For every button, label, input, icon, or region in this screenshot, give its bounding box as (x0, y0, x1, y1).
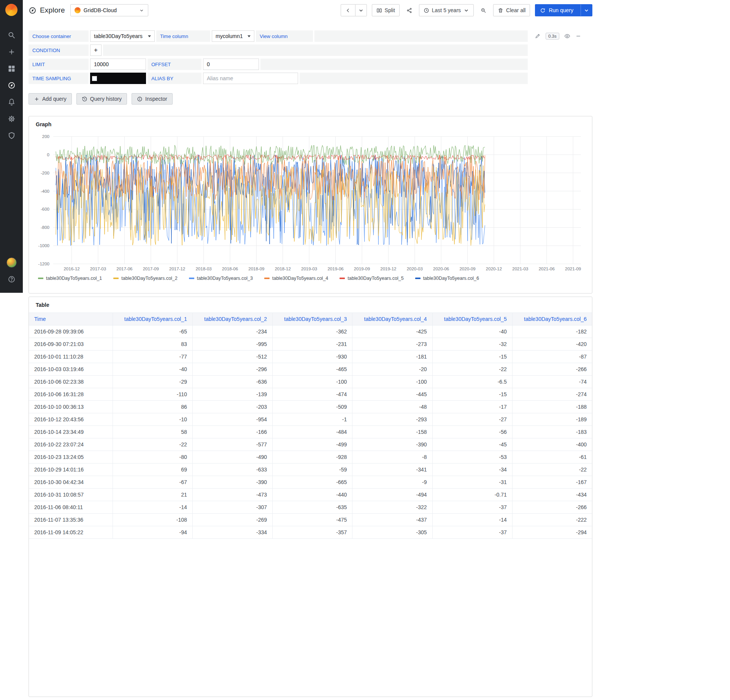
sidebar-item-explore[interactable] (3, 77, 20, 94)
cell-value: 21 (113, 489, 192, 501)
column-header[interactable]: table30DayTo5years.col_1 (113, 313, 192, 325)
zoom-out-button[interactable] (479, 4, 488, 16)
cell-value: -183 (512, 426, 592, 438)
offset-input[interactable] (203, 59, 259, 70)
query-history-button[interactable]: Query history (76, 93, 127, 105)
cell-value: -494 (352, 489, 432, 501)
cell-time: 2016-09-28 09:39:06 (29, 325, 113, 338)
column-header[interactable]: table30DayTo5years.col_3 (273, 313, 352, 325)
edit-pencil-icon[interactable] (535, 33, 541, 39)
trash-icon (498, 8, 503, 13)
cell-value: -509 (273, 401, 352, 413)
table-row: 2016-09-28 09:39:06-65-234-362-425-40-18… (29, 325, 592, 338)
inspector-button[interactable]: Inspector (132, 93, 173, 105)
refresh-icon (540, 8, 546, 13)
time-column-select[interactable]: mycolumn1 (212, 30, 254, 42)
timeseries-chart[interactable]: 2016-122017-032017-062017-092017-122018-… (31, 133, 584, 275)
time-range-picker[interactable]: Last 5 years (419, 4, 474, 16)
svg-text:2019-09: 2019-09 (354, 267, 370, 271)
app: Explore GridDB-Cloud (0, 0, 730, 697)
cell-value: -928 (273, 451, 352, 463)
cell-value: -445 (352, 388, 432, 401)
cell-value: -6.5 (432, 376, 512, 388)
cell-value: -296 (192, 363, 272, 376)
column-header[interactable]: Time (29, 313, 113, 325)
sidebar-item-security[interactable] (3, 127, 20, 144)
time-sampling-field[interactable] (90, 73, 146, 84)
legend-item[interactable]: table30DayTo5years.col_3 (189, 276, 253, 281)
cell-value: -362 (273, 325, 352, 338)
column-header[interactable]: table30DayTo5years.col_2 (192, 313, 272, 325)
legend-series-color (38, 278, 43, 279)
time-range-label: Last 5 years (432, 7, 461, 13)
column-header[interactable]: table30DayTo5years.col_6 (512, 313, 592, 325)
cell-value: -100 (352, 376, 432, 388)
svg-text:2019-06: 2019-06 (327, 267, 343, 271)
user-avatar[interactable] (6, 257, 17, 268)
cell-value: -434 (512, 489, 592, 501)
svg-text:2019-12: 2019-12 (380, 267, 396, 271)
add-condition-button[interactable]: + (90, 44, 102, 56)
svg-text:2018-03: 2018-03 (195, 267, 211, 271)
chevron-down-icon (463, 8, 469, 13)
cell-value: -29 (113, 376, 192, 388)
clear-all-button[interactable]: Clear all (493, 4, 530, 16)
legend-item[interactable]: table30DayTo5years.col_4 (264, 276, 328, 281)
datasource-picker[interactable]: GridDB-Cloud (70, 4, 148, 16)
sidebar-item-help[interactable] (6, 274, 17, 284)
table-row: 2016-10-12 20:43:56-10-954-1-293-27-189 (29, 413, 592, 426)
column-header[interactable]: table30DayTo5years.col_4 (352, 313, 432, 325)
add-query-button[interactable]: Add query (29, 93, 72, 105)
back-button[interactable] (341, 4, 355, 16)
share-button[interactable] (405, 4, 414, 16)
sidebar-item-search[interactable] (3, 27, 20, 43)
graph-panel: Graph 2016-122017-032017-062017-092017-1… (29, 116, 592, 294)
grafana-logo-icon[interactable] (5, 4, 17, 16)
cell-value: -665 (273, 476, 352, 489)
run-query-button[interactable]: Run query (535, 4, 592, 16)
cell-value: -15 (432, 388, 512, 401)
legend-item[interactable]: table30DayTo5years.col_6 (415, 276, 479, 281)
cell-value: -474 (273, 388, 352, 401)
arrow-left-icon (345, 8, 351, 13)
time-sampling-checkbox[interactable] (92, 76, 97, 81)
clock-icon (424, 8, 429, 13)
svg-text:200: 200 (42, 134, 49, 139)
view-column-label: View column (256, 30, 313, 42)
alias-input[interactable] (203, 73, 298, 84)
table-row: 2016-10-10 00:36:1386-203-509-48-17-188 (29, 401, 592, 413)
table-row: 2016-10-31 10:08:5721-473-440-494-0.71-4… (29, 489, 592, 501)
cell-value: -34 (432, 463, 512, 476)
table-row: 2016-10-06 16:31:28-110-139-474-445-15-2… (29, 388, 592, 401)
cell-value: -0.71 (432, 489, 512, 501)
cell-value: -189 (512, 413, 592, 426)
sidebar-item-alerting[interactable] (3, 94, 20, 110)
cell-value: -341 (352, 463, 432, 476)
split-button[interactable]: Split (372, 4, 400, 16)
back-options-caret-button[interactable] (355, 4, 367, 16)
cell-time: 2016-11-06 08:40:11 (29, 501, 113, 514)
limit-input[interactable] (90, 59, 146, 70)
sidebar-item-configuration[interactable] (3, 110, 20, 127)
gear-icon (8, 115, 16, 123)
run-query-options-caret[interactable] (581, 5, 592, 16)
collapse-minus-icon[interactable] (575, 33, 581, 39)
secondary-toolbar: Add query Query history Inspector (29, 93, 592, 105)
cell-value: -490 (192, 451, 272, 463)
column-header[interactable]: table30DayTo5years.col_5 (432, 313, 512, 325)
dashboards-grid-icon (8, 65, 16, 73)
cell-value: -40 (113, 363, 192, 376)
cell-value: -266 (512, 501, 592, 514)
svg-text:-800: -800 (41, 225, 49, 230)
cell-value: -512 (192, 351, 272, 363)
condition-label: CONDITION (29, 44, 89, 56)
container-select[interactable]: table30DayTo5years (90, 30, 155, 42)
sidebar-item-add[interactable] (3, 43, 20, 60)
cell-value: -14 (432, 514, 512, 526)
sidebar-item-dashboards[interactable] (3, 60, 20, 77)
svg-text:2017-12: 2017-12 (169, 267, 185, 271)
legend-item[interactable]: table30DayTo5years.col_1 (38, 276, 102, 281)
legend-item[interactable]: table30DayTo5years.col_2 (113, 276, 177, 281)
legend-item[interactable]: table30DayTo5years.col_5 (340, 276, 403, 281)
eye-icon[interactable] (564, 33, 570, 39)
